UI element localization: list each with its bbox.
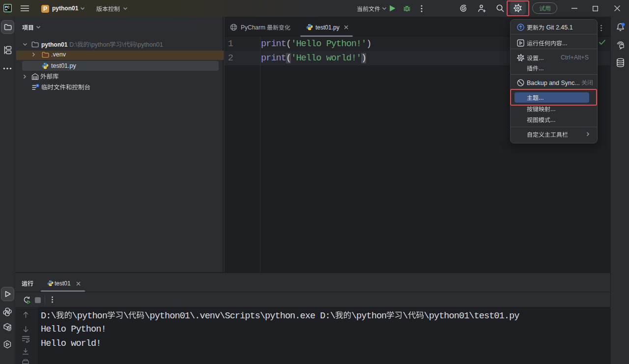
svg-text:PC: PC [5, 5, 10, 9]
